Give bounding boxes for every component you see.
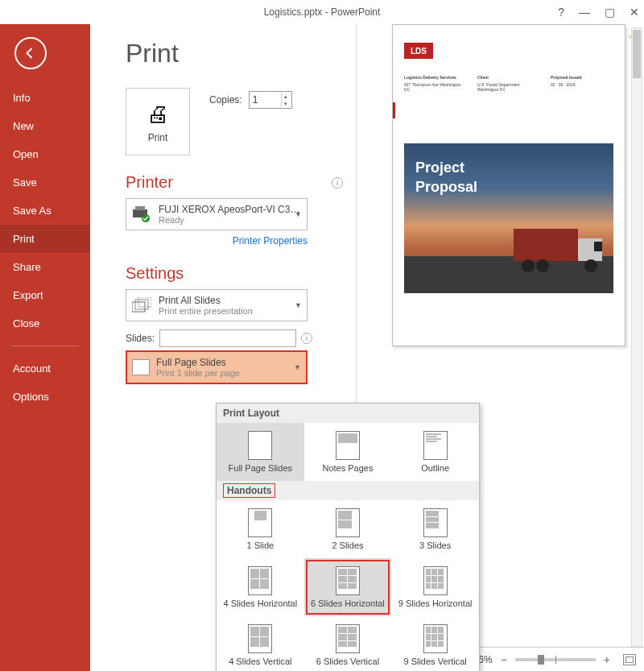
handout-6v[interactable]: 6 Slides Vertical [304,616,392,671]
preview-logo: LDS [404,43,433,59]
layout-select[interactable]: Full Page Slides Print 1 slide per page … [126,350,308,384]
printer-name: FUJI XEROX ApeosPort-VI C3… [159,204,299,215]
layout-dropdown: Print Layout Full Page Slides Notes Page… [216,403,480,671]
slides-input[interactable] [159,329,296,347]
minimize-icon[interactable]: — [579,6,590,19]
sidebar-item-new[interactable]: New [0,112,90,140]
backstage-sidebar: Info New Open Save Save As Print Share E… [0,24,90,671]
printer-ready-icon [131,204,152,225]
print-button[interactable]: 🖨 Print [126,88,190,155]
handout-4v[interactable]: 4 Slides Vertical [217,616,304,671]
printer-select[interactable]: FUJI XEROX ApeosPort-VI C3… Ready ▼ [126,198,308,230]
printer-properties-link[interactable]: Printer Properties [126,235,308,246]
chevron-down-icon: ▼ [294,363,301,371]
handout-1[interactable]: 1 Slide [217,500,304,558]
print-range-select[interactable]: Print All Slides Print entire presentati… [126,289,308,321]
handout-6h[interactable]: 6 Slides Horizontal [304,558,392,616]
svg-rect-6 [514,229,578,261]
maximize-icon[interactable]: ▢ [605,6,615,19]
layout-sub: Print 1 slide per page [156,368,240,378]
zoom-out-button[interactable]: − [497,653,510,666]
info-icon[interactable]: i [332,177,343,188]
sidebar-item-saveas[interactable]: Save As [0,197,90,225]
sidebar-item-account[interactable]: Account [0,354,90,383]
print-range-sub: Print entire presentation [159,306,253,316]
page-title: Print [126,39,356,68]
settings-header: Settings [126,264,184,283]
sidebar-item-save[interactable]: Save [0,168,90,197]
zoom-slider[interactable] [515,658,596,661]
preview-slide-image: Project Proposal [404,143,613,293]
slides-label: Slides: [126,333,155,344]
chevron-down-icon: ▼ [295,210,302,218]
window-title: Logistics.pptx - PowerPoint [264,6,381,18]
slides-stack-icon [131,295,152,316]
sidebar-item-close[interactable]: Close [0,309,90,338]
layout-title: Full Page Slides [156,357,240,368]
zoom-in-button[interactable]: + [601,653,613,666]
help-icon[interactable]: ? [558,6,564,19]
spin-up-icon[interactable]: ▴ [282,93,291,100]
sidebar-item-options[interactable]: Options [0,383,90,411]
handout-9h[interactable]: 9 Slides Horizontal [391,558,479,616]
sidebar-item-share[interactable]: Share [0,253,90,281]
page-layout-icon [132,359,150,375]
print-button-label: Print [148,132,168,143]
sidebar-item-export[interactable]: Export [0,281,90,309]
handout-4h[interactable]: 4 Slides Horizontal [217,558,304,616]
printer-status: Ready [159,215,299,225]
printer-header: Printer [126,173,173,192]
copies-label: Copies: [209,94,242,106]
svg-rect-1 [135,206,145,210]
spin-down-icon[interactable]: ▾ [282,100,291,107]
copies-value: 1 [253,94,258,106]
layout-outline[interactable]: Outline [391,423,479,481]
sidebar-item-info[interactable]: Info [0,84,90,112]
preview-page: LDS Logistics Delivery Services427 Thomp… [392,24,625,346]
chevron-down-icon: ▼ [295,301,302,309]
layout-full-page[interactable]: Full Page Slides [217,423,304,481]
sidebar-item-open[interactable]: Open [0,140,90,168]
handout-2[interactable]: 2 Slides [304,500,392,558]
svg-point-9 [522,259,535,272]
copies-stepper[interactable]: 1 ▴▾ [249,91,292,109]
dropdown-header-layout: Print Layout [217,404,479,423]
svg-point-11 [584,259,597,272]
preview-scrollbar[interactable] [631,27,642,647]
svg-rect-8 [594,242,602,251]
info-icon[interactable]: i [301,333,312,344]
handout-3[interactable]: 3 Slides [391,500,479,558]
handout-9v[interactable]: 9 Slides Vertical [391,616,479,671]
svg-point-10 [536,259,549,272]
titlebar: Logistics.pptx - PowerPoint ? — ▢ ✕ [0,0,644,24]
sidebar-item-print[interactable]: Print [0,225,90,253]
print-range-title: Print All Slides [159,295,253,306]
close-icon[interactable]: ✕ [630,6,639,19]
svg-rect-4 [135,300,148,309]
back-button[interactable] [14,37,47,69]
printer-icon: 🖨 [147,101,169,127]
layout-notes-pages[interactable]: Notes Pages [304,423,392,481]
dropdown-header-handouts: Handouts [217,481,479,500]
fit-to-window-button[interactable] [623,654,636,665]
